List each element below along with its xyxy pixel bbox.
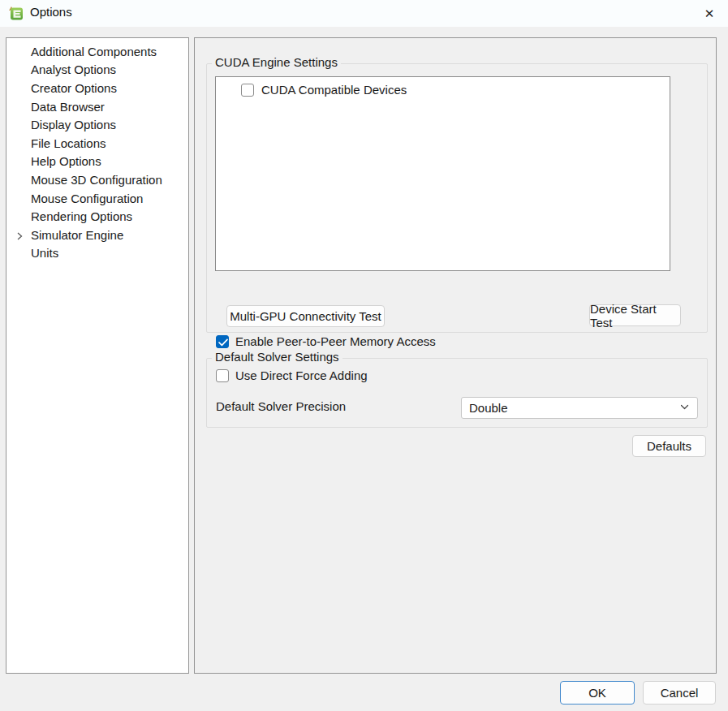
sidebar-item-creator-options[interactable]: Creator Options bbox=[6, 79, 188, 97]
close-icon[interactable]: ✕ bbox=[691, 0, 728, 27]
solver-group-title: Default Solver Settings bbox=[212, 350, 342, 364]
sidebar-item-file-locations[interactable]: File Locations bbox=[6, 134, 188, 153]
use-direct-force-adding-row[interactable]: Use Direct Force Adding bbox=[216, 368, 368, 382]
default-solver-precision-label: Default Solver Precision bbox=[216, 399, 346, 413]
titlebar: Options ✕ bbox=[0, 0, 728, 27]
sidebar-item-data-browser[interactable]: Data Browser bbox=[6, 97, 188, 116]
defaults-button[interactable]: Defaults bbox=[632, 435, 706, 457]
cuda-device-listbox[interactable]: CUDA Compatible Devices bbox=[215, 76, 670, 271]
use-direct-force-adding-label: Use Direct Force Adding bbox=[235, 368, 368, 382]
sidebar-item-additional-components[interactable]: Additional Components bbox=[6, 42, 188, 61]
use-direct-force-adding-checkbox[interactable] bbox=[216, 369, 229, 382]
sidebar-item-mouse-3d-configuration[interactable]: Mouse 3D Configuration bbox=[6, 170, 188, 189]
cuda-engine-settings-group: CUDA Engine Settings CUDA Compatible Dev… bbox=[206, 63, 708, 333]
selected-precision-value: Double bbox=[469, 401, 508, 415]
cuda-compatible-devices-label: CUDA Compatible Devices bbox=[261, 83, 407, 97]
default-solver-precision-select[interactable]: Double bbox=[461, 397, 698, 419]
sidebar-item-display-options[interactable]: Display Options bbox=[6, 115, 188, 134]
chevron-down-icon bbox=[679, 401, 690, 415]
options-dialog: Options ✕ Additional Components Analyst … bbox=[0, 0, 728, 711]
peer-to-peer-memory-checkbox[interactable] bbox=[216, 335, 229, 348]
app-icon bbox=[8, 6, 24, 21]
default-solver-settings-group: Default Solver Settings Use Direct Force… bbox=[206, 358, 708, 428]
category-list: Additional Components Analyst Options Cr… bbox=[6, 38, 188, 262]
multi-gpu-connectivity-test-button[interactable]: Multi-GPU Connectivity Test bbox=[226, 305, 385, 327]
window-title: Options bbox=[30, 5, 72, 19]
sidebar-item-analyst-options[interactable]: Analyst Options bbox=[6, 61, 188, 80]
sidebar-item-units[interactable]: Units bbox=[6, 244, 188, 263]
cuda-compatible-devices-checkbox[interactable] bbox=[241, 84, 254, 97]
sidebar-item-help-options[interactable]: Help Options bbox=[6, 153, 188, 171]
cancel-button[interactable]: Cancel bbox=[643, 681, 716, 705]
ok-button[interactable]: OK bbox=[560, 681, 635, 705]
cuda-compatible-devices-row[interactable]: CUDA Compatible Devices bbox=[216, 77, 670, 97]
sidebar-item-rendering-options[interactable]: Rendering Options bbox=[6, 207, 188, 226]
device-start-test-button[interactable]: Device Start Test bbox=[589, 304, 681, 326]
settings-panel: CUDA Engine Settings CUDA Compatible Dev… bbox=[194, 37, 717, 674]
chevron-right-icon[interactable] bbox=[15, 230, 24, 239]
sidebar-item-mouse-configuration[interactable]: Mouse Configuration bbox=[6, 189, 188, 208]
options-category-sidebar: Additional Components Analyst Options Cr… bbox=[6, 37, 189, 674]
cuda-group-title: CUDA Engine Settings bbox=[212, 55, 341, 69]
peer-to-peer-memory-label: Enable Peer-to-Peer Memory Access bbox=[235, 334, 436, 348]
peer-to-peer-memory-row[interactable]: Enable Peer-to-Peer Memory Access bbox=[216, 334, 436, 348]
sidebar-item-simulator-engine[interactable]: Simulator Engine bbox=[6, 226, 188, 244]
